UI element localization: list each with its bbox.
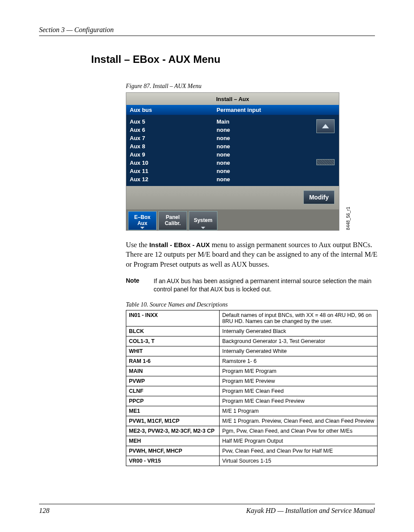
table-row: COL1-3, TBackground Generator 1-3, Test … bbox=[126, 336, 378, 346]
source-desc: Program M/E Clean Feed Preview bbox=[220, 396, 378, 406]
source-desc: M/E 1 Program bbox=[220, 406, 378, 416]
aux-bus-cell: Aux 7 bbox=[130, 135, 217, 141]
source-key: BLCK bbox=[126, 326, 220, 336]
source-desc: Program M/E Program bbox=[220, 366, 378, 376]
aux-bus-cell: Aux 12 bbox=[130, 176, 217, 183]
table-row: CLNFProgram M/E Clean Feed bbox=[126, 386, 378, 396]
source-desc: Ramstore 1- 6 bbox=[220, 356, 378, 366]
list-row[interactable]: Aux 7none bbox=[126, 134, 339, 142]
source-key: PVW1, M1CF, M1CP bbox=[126, 416, 220, 426]
table-row: PVWPProgram M/E Preview bbox=[126, 376, 378, 386]
tab-label: Calibr. bbox=[165, 221, 181, 227]
source-desc: Default names of input BNCs, with XX = 4… bbox=[220, 310, 378, 326]
note-text: If an AUX bus has been assigned a perman… bbox=[154, 277, 378, 294]
list-row[interactable]: Aux 12none bbox=[126, 175, 339, 183]
aux-bus-cell: Aux 5 bbox=[130, 118, 217, 125]
source-key: PVWP bbox=[126, 376, 220, 386]
list-row[interactable]: Aux 11none bbox=[126, 167, 339, 175]
tab-ebox-aux[interactable]: E–Box Aux bbox=[128, 211, 157, 230]
window-title: Install – Aux bbox=[216, 96, 249, 102]
chevron-up-icon bbox=[322, 124, 329, 128]
chevron-down-icon bbox=[201, 227, 205, 229]
page-title: Install – EBox - AUX Menu bbox=[91, 53, 375, 65]
tab-label: System bbox=[194, 218, 213, 224]
list-row[interactable]: Aux 9none bbox=[126, 150, 339, 159]
aux-input-cell: none bbox=[217, 176, 230, 183]
source-desc: Program M/E Clean Feed bbox=[220, 386, 378, 396]
note-label: Note bbox=[126, 277, 154, 294]
source-key: CLNF bbox=[126, 386, 220, 396]
page-number: 128 bbox=[39, 507, 49, 515]
modify-button[interactable]: Modify bbox=[303, 190, 335, 204]
aux-input-cell: Main bbox=[217, 118, 230, 125]
window-titlebar: Install – Aux bbox=[126, 93, 339, 105]
aux-bus-cell: Aux 9 bbox=[130, 151, 217, 158]
scroll-track[interactable] bbox=[316, 159, 335, 165]
aux-bus-cell: Aux 10 bbox=[130, 160, 217, 166]
list-row[interactable]: Aux 10none bbox=[126, 159, 339, 167]
source-key: VR00 - VR15 bbox=[126, 456, 220, 466]
source-desc: Background Generator 1-3, Test Generator bbox=[220, 336, 378, 346]
table-caption: Table 10. Source Names and Descriptions bbox=[126, 301, 375, 308]
source-desc: Pvw, Clean Feed, and Clean Pvw for Half … bbox=[220, 446, 378, 456]
source-desc: M/E 1 Program. Preview, Clean Feed, and … bbox=[220, 416, 378, 426]
chevron-down-icon bbox=[140, 227, 145, 229]
source-desc: Virtual Sources 1-15 bbox=[220, 456, 378, 466]
tab-label: Aux bbox=[138, 221, 148, 227]
page: Section 3 — Configuration Install – EBox… bbox=[0, 0, 414, 532]
lower-bar: Modify bbox=[126, 186, 339, 209]
source-key: MEH bbox=[126, 436, 220, 446]
source-key: IN01 - INXX bbox=[126, 310, 220, 326]
source-desc: Pgm, Pvw, Clean Feed, and Clean Pvw for … bbox=[220, 426, 378, 436]
body-text: Use the bbox=[126, 241, 149, 249]
note-block: Note If an AUX bus has been assigned a p… bbox=[126, 277, 378, 294]
table-row: ME2-3, PVW2-3, M2-3CF, M2-3 CPPgm, Pvw, … bbox=[126, 426, 378, 436]
list-row[interactable]: Aux 5Main bbox=[126, 117, 339, 126]
source-key: ME2-3, PVW2-3, M2-3CF, M2-3 CP bbox=[126, 426, 220, 436]
aux-list: Aux 5Main Aux 6none Aux 7none Aux 8none … bbox=[126, 115, 339, 186]
scroll-up-button[interactable] bbox=[316, 119, 335, 133]
svg-marker-0 bbox=[322, 124, 329, 128]
aux-input-cell: none bbox=[217, 160, 230, 166]
running-head: Section 3 — Configuration bbox=[39, 26, 375, 36]
footer-title: Kayak HD — Installation and Service Manu… bbox=[246, 507, 375, 515]
aux-input-cell: none bbox=[217, 135, 230, 141]
list-row[interactable]: Aux 8none bbox=[126, 142, 339, 150]
table-row: PVWH, MHCF, MHCPPvw, Clean Feed, and Cle… bbox=[126, 446, 378, 456]
source-key: ME1 bbox=[126, 406, 220, 416]
figure-caption: Figure 87. Install – AUX Menu bbox=[126, 83, 375, 90]
source-desc: Program M/E Preview bbox=[220, 376, 378, 386]
table-row: PVW1, M1CF, M1CPM/E 1 Program. Preview, … bbox=[126, 416, 378, 426]
table-row: ME1M/E 1 Program bbox=[126, 406, 378, 416]
table-row: MAINProgram M/E Program bbox=[126, 366, 378, 376]
aux-input-cell: none bbox=[217, 127, 230, 133]
source-key: PPCP bbox=[126, 396, 220, 406]
source-desc: Internally Generated Black bbox=[220, 326, 378, 336]
aux-bus-cell: Aux 11 bbox=[130, 168, 217, 174]
aux-bus-cell: Aux 8 bbox=[130, 143, 217, 150]
tab-panel-calibr[interactable]: Panel Calibr. bbox=[158, 211, 187, 230]
source-desc: Internally Generated White bbox=[220, 346, 378, 356]
table-row: VR00 - VR15Virtual Sources 1-15 bbox=[126, 456, 378, 466]
tab-system[interactable]: System bbox=[189, 211, 217, 230]
aux-input-cell: none bbox=[217, 143, 230, 150]
aux-bus-cell: Aux 6 bbox=[130, 127, 217, 133]
list-row[interactable]: Aux 6none bbox=[126, 126, 339, 134]
source-key: MAIN bbox=[126, 366, 220, 376]
table-row: IN01 - INXXDefault names of input BNCs, … bbox=[126, 310, 378, 326]
source-key: COL1-3, T bbox=[126, 336, 220, 346]
tab-label: Panel bbox=[166, 215, 180, 221]
col-header-auxbus: Aux bus bbox=[130, 107, 217, 113]
source-names-table: IN01 - INXXDefault names of input BNCs, … bbox=[126, 310, 378, 466]
table-row: RAM 1-6Ramstore 1- 6 bbox=[126, 356, 378, 366]
bottom-tabs: E–Box Aux Panel Calibr. System bbox=[126, 209, 339, 230]
col-header-permanent-input: Permanent input bbox=[217, 107, 261, 113]
table-row: MEHHalf M/E Program Output bbox=[126, 436, 378, 446]
figure-code: 8448_56_r1 bbox=[346, 207, 351, 230]
table-row: PPCPProgram M/E Clean Feed Preview bbox=[126, 396, 378, 406]
tab-label: E–Box bbox=[134, 215, 150, 221]
screenshot-wrap: Install – Aux Aux bus Permanent input Au… bbox=[126, 92, 343, 231]
screenshot: Install – Aux Aux bus Permanent input Au… bbox=[126, 92, 339, 231]
aux-input-cell: none bbox=[217, 168, 230, 174]
table-row: WHITInternally Generated White bbox=[126, 346, 378, 356]
